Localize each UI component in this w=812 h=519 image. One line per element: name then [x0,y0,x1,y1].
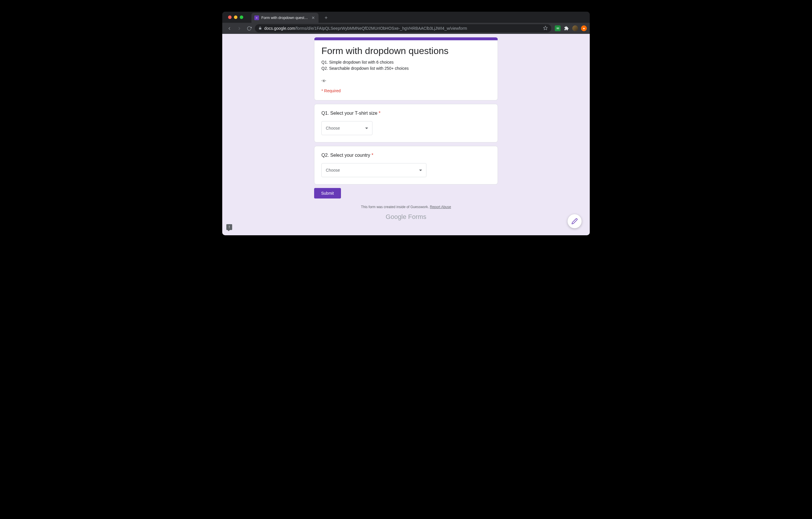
bookmark-star-icon[interactable] [543,26,548,31]
url-host: docs.google.com [264,26,295,31]
extension-icons: ✉ ● [553,25,587,31]
country-dropdown[interactable]: Choose [321,163,427,177]
required-legend: * Required [321,88,491,93]
close-window-button[interactable] [228,16,232,19]
forms-logo-text: Forms [406,213,426,220]
browser-toolbar: docs.google.com/forms/d/e/1FAIpQLSeeprWy… [222,23,590,34]
tab-title: Form with dropdown questions [261,16,309,20]
reload-button[interactable] [245,24,253,32]
feedback-button[interactable]: ! [226,224,232,230]
lock-icon [258,26,262,31]
pencil-icon [571,218,578,224]
question-1-label: Q1. Select your T-shirt size * [321,111,491,116]
mail-extension-icon[interactable]: ✉ [555,25,560,31]
address-bar[interactable]: docs.google.com/forms/d/e/1FAIpQLSeeprWy… [255,24,551,32]
question-1-text: Q1. Select your T-shirt size [321,111,377,116]
close-tab-button[interactable]: ✕ [311,16,316,20]
profile-avatar-icon[interactable] [572,25,578,31]
question-card-1: Q1. Select your T-shirt size * Choose [314,104,498,142]
required-asterisk: * [379,111,380,116]
maximize-window-button[interactable] [240,16,243,19]
forward-button[interactable] [235,24,243,32]
google-forms-logo[interactable]: Google Forms [314,213,498,221]
question-2-label: Q2. Select your country * [321,153,491,158]
extension-badge-icon[interactable]: ● [581,25,587,31]
extensions-icon[interactable] [563,25,569,31]
tshirt-size-dropdown[interactable]: Choose [321,121,373,135]
required-asterisk: * [372,153,373,158]
back-button[interactable] [225,24,233,32]
form-header-card: Form with dropdown questions Q1. Simple … [314,37,498,101]
form-container: Form with dropdown questions Q1. Simple … [314,37,498,221]
edit-form-fab[interactable] [568,214,582,228]
caret-down-icon [419,170,422,171]
google-logo-text: Google [385,213,406,220]
browser-tab[interactable]: ≡ Form with dropdown questions ✕ [252,13,319,23]
url-path: /forms/d/e/1FAIpQLSeeprWybMMNeQfD2MUrIOb… [295,26,467,31]
svg-marker-0 [543,26,547,30]
tab-strip: ≡ Form with dropdown questions ✕ + [222,12,590,23]
dropdown-2-value: Choose [326,168,340,172]
question-card-2: Q2. Select your country * Choose [314,146,498,185]
submit-button[interactable]: Submit [314,188,341,198]
window-controls [225,12,246,23]
report-abuse-link[interactable]: Report Abuse [430,205,451,209]
new-tab-button[interactable]: + [322,14,330,22]
disclaimer-text: This form was created inside of Guesswor… [361,205,430,209]
url-text: docs.google.com/forms/d/e/1FAIpQLSeeprWy… [264,26,467,31]
forms-favicon-icon: ≡ [254,16,259,20]
footer-disclaimer: This form was created inside of Guesswor… [314,205,498,209]
form-title: Form with dropdown questions [321,46,491,56]
browser-window: ≡ Form with dropdown questions ✕ + docs.… [222,12,590,235]
caret-down-icon [365,128,368,129]
form-description: Q1. Simple dropdown list with 6 choices … [321,59,491,84]
minimize-window-button[interactable] [234,16,237,19]
dropdown-1-value: Choose [326,126,340,131]
page-viewport: Form with dropdown questions Q1. Simple … [222,34,590,235]
question-2-text: Q2. Select your country [321,153,370,158]
